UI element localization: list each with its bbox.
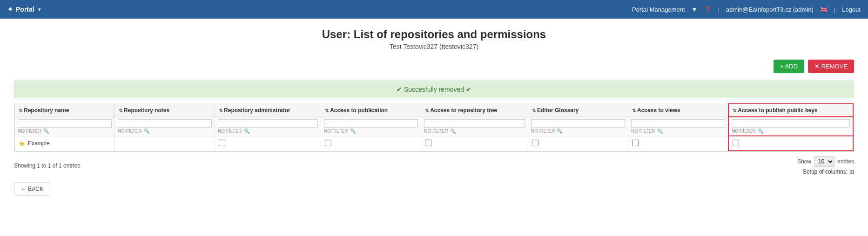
- portal-icon: ✦: [7, 6, 13, 13]
- table-wrapper: ⇅Repository name ⇅Repository notes ⇅Repo…: [14, 103, 854, 152]
- filter-input-notes[interactable]: [118, 119, 212, 128]
- nav-right: Portal Management ▼ ❓ | admin@EaInfoport…: [632, 6, 861, 13]
- col-editor-glossary[interactable]: ⇅Editor Glossary: [528, 104, 628, 117]
- filter-search-icon-repo-tree[interactable]: 🔍: [450, 128, 456, 134]
- page-title-section: User: List of repositories and permissio…: [14, 28, 854, 50]
- action-buttons: + ADD ✕ REMOVE: [14, 60, 854, 73]
- row-publication-cell: [321, 136, 421, 151]
- page-subtitle: Test Testovic327 (ttestovic327): [14, 43, 854, 50]
- row-publish-keys-cell: [728, 136, 853, 151]
- col-access-repo-tree[interactable]: ⇅Access to repository tree: [421, 104, 528, 117]
- col-access-publication[interactable]: ⇅Access to publication: [321, 104, 421, 117]
- row-notes-cell: [115, 136, 215, 151]
- row-name-label: Example: [28, 140, 50, 147]
- nav-dropdown-arrow[interactable]: ▼: [692, 6, 698, 13]
- entries-label: entries: [837, 158, 854, 165]
- logout-link[interactable]: Logout: [842, 6, 861, 13]
- row-publication-checkbox[interactable]: [325, 140, 331, 146]
- row-name-cell: ★ Example: [15, 136, 115, 151]
- user-label: admin@EaInfoportT3.cz (admin): [726, 6, 814, 13]
- entries-select[interactable]: 10 25 50: [814, 156, 834, 167]
- col-access-views[interactable]: ⇅Access to views: [628, 104, 729, 117]
- columns-icon[interactable]: ⊞: [849, 169, 854, 175]
- row-publish-keys-checkbox[interactable]: [733, 140, 739, 146]
- remove-button[interactable]: ✕ REMOVE: [808, 60, 854, 73]
- top-navigation: ✦ Portal ▼ Portal Management ▼ ❓ | admin…: [0, 0, 868, 19]
- filter-cell-publish-keys: NO FILTER 🔍: [728, 117, 853, 136]
- page-title: User: List of repositories and permissio…: [14, 28, 854, 41]
- brand-label[interactable]: Portal: [16, 6, 34, 13]
- filter-input-admin[interactable]: [218, 119, 318, 128]
- setup-columns[interactable]: Setup of columns: ⊞: [803, 169, 854, 175]
- filter-search-icon-publication[interactable]: 🔍: [350, 128, 356, 134]
- filter-row: NO FILTER 🔍 NO FILTER 🔍: [15, 117, 854, 136]
- table-row: ★ Example: [15, 136, 854, 151]
- nav-sep: |: [718, 6, 719, 13]
- row-views-cell: [628, 136, 729, 151]
- back-button-section: ← BACK: [14, 182, 854, 196]
- showing-label: Showing 1 to 1 of 1 entries: [14, 162, 80, 169]
- add-button[interactable]: + ADD: [774, 60, 804, 73]
- flag-icon[interactable]: 🇬🇧: [820, 6, 828, 13]
- page-content: User: List of repositories and permissio…: [0, 19, 868, 205]
- repo-icon: ★: [19, 139, 25, 148]
- filter-search-icon-notes[interactable]: 🔍: [144, 128, 149, 134]
- filter-cell-name: NO FILTER 🔍: [15, 117, 115, 136]
- show-label: Show: [797, 158, 811, 165]
- row-repo-tree-cell: [421, 136, 528, 151]
- filter-cell-views: NO FILTER 🔍: [628, 117, 729, 136]
- filter-cell-admin: NO FILTER 🔍: [215, 117, 321, 136]
- filter-search-icon-glossary[interactable]: 🔍: [557, 128, 562, 134]
- help-icon[interactable]: ❓: [704, 6, 711, 13]
- nav-sep2: |: [834, 6, 835, 13]
- show-entries: Show 10 25 50 entries: [797, 156, 854, 167]
- filter-input-name[interactable]: [18, 119, 112, 128]
- filter-search-icon-admin[interactable]: 🔍: [244, 128, 249, 134]
- table-footer: Showing 1 to 1 of 1 entries Show 10 25 5…: [14, 156, 854, 175]
- repositories-table: ⇅Repository name ⇅Repository notes ⇅Repo…: [14, 103, 854, 151]
- row-glossary-cell: [528, 136, 628, 151]
- table-header-row: ⇅Repository name ⇅Repository notes ⇅Repo…: [15, 104, 854, 117]
- filter-cell-glossary: NO FILTER 🔍: [528, 117, 628, 136]
- filter-cell-notes: NO FILTER 🔍: [115, 117, 215, 136]
- back-button[interactable]: ← BACK: [14, 182, 50, 196]
- success-message: ✔ Succesfully removed ✔: [397, 86, 471, 93]
- filter-input-publish-keys[interactable]: [732, 119, 850, 128]
- row-glossary-checkbox[interactable]: [532, 140, 538, 146]
- row-views-checkbox[interactable]: [632, 140, 639, 146]
- row-admin-checkbox[interactable]: [219, 140, 225, 146]
- filter-input-publication[interactable]: [324, 119, 418, 128]
- col-repo-name[interactable]: ⇅Repository name: [15, 104, 115, 117]
- filter-search-icon-views[interactable]: 🔍: [657, 128, 663, 134]
- filter-search-icon-publish-keys[interactable]: 🔍: [758, 128, 763, 134]
- col-access-publish-keys[interactable]: ⇅Access to publish public keys: [728, 104, 853, 117]
- col-repo-admin[interactable]: ⇅Repository administrator: [215, 104, 321, 117]
- success-banner: ✔ Succesfully removed ✔: [14, 81, 854, 98]
- col-repo-notes[interactable]: ⇅Repository notes: [115, 104, 215, 117]
- row-admin-cell: [215, 136, 321, 151]
- filter-cell-repo-tree: NO FILTER 🔍: [421, 117, 528, 136]
- brand-area: ✦ Portal ▼: [7, 6, 42, 13]
- brand-dropdown-arrow[interactable]: ▼: [37, 7, 42, 12]
- portal-management-link[interactable]: Portal Management: [632, 6, 685, 13]
- filter-input-glossary[interactable]: [531, 119, 625, 128]
- setup-columns-label: Setup of columns:: [803, 169, 848, 175]
- row-repo-tree-checkbox[interactable]: [425, 140, 431, 146]
- filter-search-icon-name[interactable]: 🔍: [43, 128, 49, 134]
- filter-input-repo-tree[interactable]: [424, 119, 525, 128]
- filter-cell-publication: NO FILTER 🔍: [321, 117, 421, 136]
- filter-input-views[interactable]: [631, 119, 725, 128]
